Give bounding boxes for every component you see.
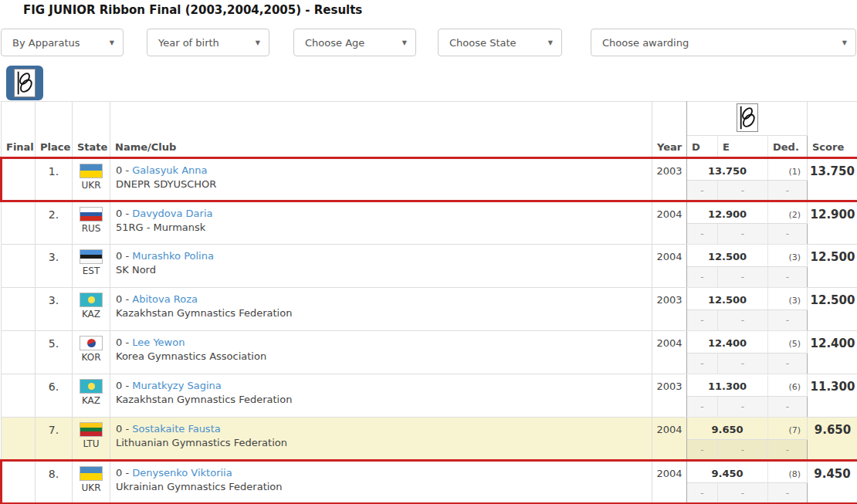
athlete-prefix: 0 - <box>116 164 132 176</box>
athlete-link[interactable]: Denysenko Viktoriia <box>132 467 232 479</box>
rank-cell: (2) <box>768 201 808 224</box>
athlete-link[interactable]: Abitova Roza <box>132 293 198 305</box>
results-table: Final Place State Name/Club Year Score D… <box>0 101 857 504</box>
d-value-cell: - <box>687 181 718 201</box>
rank-cell: (3) <box>768 288 808 310</box>
table-row: 1. UKR 0 - Galasyuk Anna DNEPR SDYUSCHOR… <box>2 158 857 181</box>
rank-cell: (8) <box>768 461 808 483</box>
de-score-cell: 12.400 <box>687 331 768 353</box>
athlete-line: 0 - Sostakaite Fausta <box>116 422 646 436</box>
d-value-cell: - <box>687 224 718 245</box>
ded-value-cell: - <box>768 440 808 461</box>
rank-cell: (7) <box>768 418 808 440</box>
filter-by-apparatus[interactable]: By Apparatus ▼ <box>1 29 124 56</box>
athlete-link[interactable]: Muratkyzy Sagina <box>132 380 222 391</box>
header-e: E <box>718 136 768 158</box>
year-cell: 2004 <box>652 331 687 374</box>
athlete-line: 0 - Galasyuk Anna <box>116 164 646 178</box>
filter-choose-awarding-label: Choose awarding <box>602 37 689 49</box>
year-cell: 2003 <box>652 158 687 201</box>
club-name: Kazakhstan Gymnastics Federation <box>116 393 646 407</box>
athlete-link[interactable]: Sostakaite Fausta <box>132 423 220 435</box>
table-row: 7. LTU 0 - Sostakaite Fausta Lithuanian … <box>2 418 857 440</box>
athlete-prefix: 0 - <box>116 380 132 391</box>
year-cell: 2004 <box>652 245 687 288</box>
e-value-cell: - <box>718 181 768 201</box>
score-cell: 13.750 <box>808 158 857 201</box>
ded-value-cell: - <box>768 353 808 374</box>
table-row: 5. KOR 0 - Lee Yewon Korea Gymnastics As… <box>2 331 857 353</box>
name-club-cell: 0 - Galasyuk Anna DNEPR SDYUSCHOR <box>110 158 652 201</box>
state-cell: UKR <box>73 461 110 504</box>
final-cell <box>2 418 36 461</box>
ded-value-cell: - <box>768 267 808 288</box>
place-cell: 5. <box>36 331 73 374</box>
filter-choose-age[interactable]: Choose Age ▼ <box>293 29 416 56</box>
state-cell: LTU <box>73 418 110 461</box>
country-flag-icon <box>80 293 103 307</box>
country-flag-icon <box>80 207 103 222</box>
header-score: Score <box>808 102 857 158</box>
ded-value-cell: - <box>768 181 808 201</box>
filter-choose-state[interactable]: Choose State ▼ <box>438 29 562 56</box>
results-tbody: 1. UKR 0 - Galasyuk Anna DNEPR SDYUSCHOR… <box>2 158 857 504</box>
place-cell: 3. <box>36 288 73 331</box>
year-cell: 2004 <box>652 201 687 245</box>
de-score-cell: 12.500 <box>687 288 768 310</box>
club-name: Lithuanian Gymnastics Federation <box>116 436 646 450</box>
state-cell: EST <box>73 245 110 288</box>
header-state: State <box>73 102 110 158</box>
country-flag-icon <box>80 466 103 481</box>
e-value-cell: - <box>718 310 768 331</box>
athlete-link[interactable]: Lee Yewon <box>132 337 185 348</box>
name-club-cell: 0 - Davydova Daria 51RG - Murmansk <box>110 201 652 245</box>
filter-year-of-birth[interactable]: Year of birth ▼ <box>147 29 269 56</box>
rank-cell: (6) <box>768 374 808 397</box>
athlete-line: 0 - Murashko Polina <box>116 249 646 263</box>
athlete-link[interactable]: Davydova Daria <box>132 208 212 219</box>
table-row: 8. UKR 0 - Denysenko Viktoriia Ukrainian… <box>2 461 857 483</box>
year-cell: 2003 <box>652 288 687 331</box>
athlete-link[interactable]: Murashko Polina <box>132 250 214 262</box>
ded-value-cell: - <box>768 397 808 418</box>
header-name-club: Name/Club <box>110 102 652 158</box>
de-score-cell: 13.750 <box>687 158 768 181</box>
final-cell <box>2 201 36 245</box>
name-club-cell: 0 - Abitova Roza Kazakhstan Gymnastics F… <box>110 288 652 331</box>
table-row: 3. EST 0 - Murashko Polina SK Nord 2004 … <box>2 245 857 267</box>
place-cell: 7. <box>36 418 73 461</box>
de-score-cell: 11.300 <box>687 374 768 397</box>
ribbon-apparatus-button[interactable] <box>6 66 43 100</box>
e-value-cell: - <box>718 353 768 374</box>
athlete-prefix: 0 - <box>116 423 132 435</box>
state-cell: KAZ <box>73 374 110 418</box>
score-cell: 11.300 <box>808 374 857 418</box>
state-code: KOR <box>73 352 110 363</box>
d-value-cell: - <box>687 310 718 331</box>
ded-value-cell: - <box>768 310 808 331</box>
athlete-line: 0 - Abitova Roza <box>116 293 646 306</box>
filter-choose-awarding[interactable]: Choose awarding ▼ <box>591 29 856 56</box>
header-year: Year <box>652 102 687 158</box>
header-d: D <box>687 136 718 158</box>
club-name: Kazakhstan Gymnastics Federation <box>116 306 646 320</box>
year-cell: 2004 <box>652 461 687 504</box>
de-score-cell: 12.900 <box>687 201 768 224</box>
club-name: 51RG - Murmansk <box>116 221 646 235</box>
year-cell: 2003 <box>652 374 687 418</box>
final-cell <box>2 288 36 331</box>
header-final: Final <box>2 102 36 158</box>
athlete-line: 0 - Denysenko Viktoriia <box>116 466 646 480</box>
athlete-line: 0 - Davydova Daria <box>116 207 646 221</box>
header-ded: Ded. <box>768 136 808 158</box>
final-cell <box>2 461 36 504</box>
de-score-cell: 12.500 <box>687 245 768 267</box>
score-cell: 12.400 <box>808 331 857 374</box>
e-value-cell: - <box>718 267 768 288</box>
athlete-prefix: 0 - <box>116 293 132 305</box>
country-flag-icon <box>80 336 103 350</box>
athlete-link[interactable]: Galasyuk Anna <box>132 164 207 176</box>
state-cell: KOR <box>73 331 110 374</box>
score-cell: 12.900 <box>808 201 857 245</box>
d-value-cell: - <box>687 440 718 461</box>
